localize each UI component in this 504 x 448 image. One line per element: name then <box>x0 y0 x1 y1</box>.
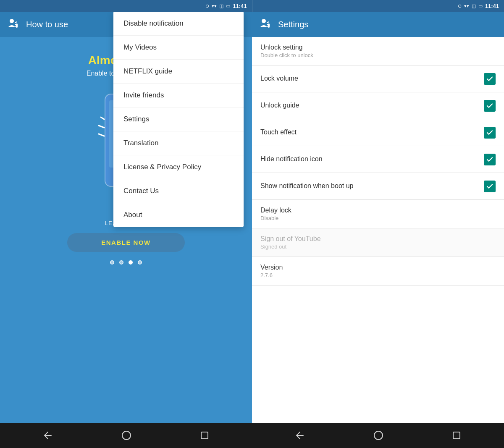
settings-title-delay-lock: Delay lock <box>260 207 496 214</box>
battery-icon-left: ▭ <box>226 3 230 9</box>
settings-list: Unlock setting Double click to unlock Lo… <box>252 37 504 423</box>
time-right: 11:41 <box>485 3 499 9</box>
dropdown-item-netflix-guide[interactable]: NETFLIX guide <box>113 60 244 84</box>
time-left: 11:41 <box>233 3 247 9</box>
settings-text-show-notification: Show notification when boot up <box>260 182 484 191</box>
svg-point-9 <box>374 431 383 440</box>
settings-item-hide-notification[interactable]: Hide notification icon <box>252 146 504 173</box>
app-icon-right <box>259 17 274 32</box>
checkbox-hide-notification[interactable] <box>484 154 496 165</box>
settings-item-show-notification[interactable]: Show notification when boot up <box>252 173 504 200</box>
svg-point-7 <box>122 431 131 440</box>
settings-title-show-notification: Show notification when boot up <box>260 182 484 190</box>
dropdown-item-disable-notification[interactable]: Disable notification <box>113 12 244 36</box>
svg-point-5 <box>262 19 266 23</box>
minus-icon: ⊖ <box>205 3 209 9</box>
status-bar-left: ⊖ ▾▾ ◫ ▭ 11:41 <box>0 0 252 12</box>
right-panel: Settings Unlock setting Double click to … <box>252 12 504 423</box>
settings-title-hide-notification: Hide notification icon <box>260 155 484 163</box>
wifi-icon: ▾▾ <box>212 3 217 9</box>
signal-icon-right: ◫ <box>472 3 476 9</box>
settings-item-youtube: Sign out of YouTube Signed out <box>252 228 504 257</box>
settings-subtitle-delay-lock: Disable <box>260 215 496 221</box>
settings-text-delay-lock: Delay lock Disable <box>260 207 496 221</box>
svg-rect-8 <box>201 432 208 439</box>
home-button-left[interactable] <box>121 430 131 440</box>
dropdown-item-settings[interactable]: Settings <box>113 107 244 131</box>
svg-rect-10 <box>453 432 460 439</box>
nav-bar <box>0 423 504 448</box>
settings-text-unlock: Unlock setting Double click to unlock <box>260 44 496 58</box>
home-button-right[interactable] <box>373 430 383 440</box>
settings-text-lock-volume: Lock volume <box>260 75 484 83</box>
settings-subtitle-unlock: Double click to unlock <box>260 52 496 58</box>
signal-icon: ◫ <box>219 3 223 9</box>
minus-icon-right: ⊖ <box>458 3 462 9</box>
back-button-left[interactable] <box>43 430 53 440</box>
back-button-right[interactable] <box>295 430 305 440</box>
settings-item-delay-lock[interactable]: Delay lock Disable <box>252 200 504 228</box>
settings-item-unlock-guide[interactable]: Unlock guide <box>252 92 504 119</box>
checkbox-show-notification[interactable] <box>484 181 496 192</box>
battery-icon-right: ▭ <box>478 3 483 9</box>
left-panel: How to use Almost there! Enable to lock … <box>0 12 252 423</box>
checkbox-unlock-guide[interactable] <box>484 100 496 112</box>
settings-title-version: Version <box>260 264 496 271</box>
main-area: How to use Almost there! Enable to lock … <box>0 12 504 423</box>
settings-subtitle-version: 2.7.6 <box>260 272 496 278</box>
right-header: Settings <box>252 12 504 37</box>
dropdown-menu: Disable notification My Videos NETFLIX g… <box>113 12 244 227</box>
dropdown-item-invite-friends[interactable]: Invite friends <box>113 84 244 107</box>
dropdown-overlay: Disable notification My Videos NETFLIX g… <box>0 12 252 423</box>
settings-item-lock-volume[interactable]: Lock volume <box>252 65 504 92</box>
dropdown-item-contact[interactable]: Contact Us <box>113 179 244 203</box>
settings-title-lock-volume: Lock volume <box>260 75 484 82</box>
status-bar-right: ⊖ ▾▾ ◫ ▭ 11:41 <box>252 0 504 12</box>
settings-subtitle-youtube: Signed out <box>260 244 496 250</box>
settings-item-unlock-setting[interactable]: Unlock setting Double click to unlock <box>252 37 504 65</box>
settings-item-version: Version 2.7.6 <box>252 257 504 286</box>
settings-text-unlock-guide: Unlock guide <box>260 102 484 110</box>
checkbox-touch-effect[interactable] <box>484 127 496 139</box>
settings-item-touch-effect[interactable]: Touch effect <box>252 119 504 146</box>
settings-title-touch-effect: Touch effect <box>260 128 484 136</box>
settings-title-unlock: Unlock setting <box>260 44 496 51</box>
settings-title-youtube: Sign out of YouTube <box>260 235 496 243</box>
recents-button-left[interactable] <box>200 431 209 440</box>
settings-text-hide-notification: Hide notification icon <box>260 155 484 164</box>
nav-half-right <box>252 423 504 448</box>
settings-title-unlock-guide: Unlock guide <box>260 102 484 109</box>
right-header-title: Settings <box>278 20 308 29</box>
dropdown-item-license[interactable]: License & Privacy Policy <box>113 155 244 179</box>
settings-text-touch-effect: Touch effect <box>260 128 484 137</box>
settings-text-youtube: Sign out of YouTube Signed out <box>260 235 496 250</box>
dropdown-item-translation[interactable]: Translation <box>113 131 244 155</box>
settings-text-version: Version 2.7.6 <box>260 264 496 278</box>
dropdown-item-about[interactable]: About <box>113 203 244 227</box>
recents-button-right[interactable] <box>452 431 461 440</box>
status-bar: ⊖ ▾▾ ◫ ▭ 11:41 ⊖ ▾▾ ◫ ▭ 11:41 <box>0 0 504 12</box>
nav-half-left <box>0 423 252 448</box>
checkbox-lock-volume[interactable] <box>484 73 496 85</box>
wifi-icon-right: ▾▾ <box>464 3 469 9</box>
dropdown-item-my-videos[interactable]: My Videos <box>113 36 244 60</box>
